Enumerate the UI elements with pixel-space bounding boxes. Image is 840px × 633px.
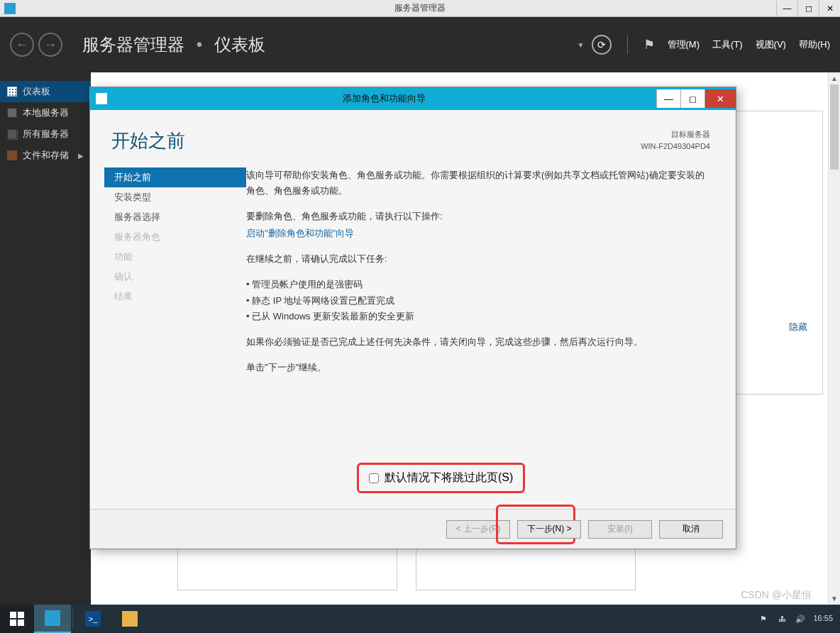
prerequisite-item: 管理员帐户使用的是强密码 [246,277,713,292]
wizard-step-confirm: 确认 [104,267,246,287]
menu-tools[interactable]: 工具(T) [712,38,743,51]
scroll-down-icon[interactable]: ▼ [829,593,840,605]
wizard-heading: 开始之前 [111,128,185,153]
scroll-up-icon[interactable]: ▲ [829,72,840,84]
sidebar-item-dashboard[interactable]: 仪表板 [0,81,91,102]
wizard-step-install-type[interactable]: 安装类型 [104,187,246,207]
sidebar-label: 所有服务器 [23,128,69,141]
dialog-header: 开始之前 目标服务器 WIN-F2D49304PD4 [90,110,736,160]
taskbar-divider [72,608,73,629]
app-icon [4,3,16,14]
server-icon [7,108,17,118]
wizard-content: 该向导可帮助你安装角色、角色服务或功能。你需要根据组织的计算要求(例如共享文档或… [246,167,722,509]
tray-volume-icon[interactable]: 🔊 [795,613,806,624]
dialog-titlebar[interactable]: 添加角色和功能向导 — ◻ ✕ [90,87,736,110]
servers-icon [7,129,17,139]
intro-paragraph-4: 如果你必须验证是否已完成上述任何先决条件，请关闭向导，完成这些步骤，然后再次运行… [246,334,713,350]
scrollbar-thumb[interactable] [830,84,839,170]
server-manager-header: ← → 服务器管理器 • 仪表板 ▼ ⟳ ⚑ 管理(M) 工具(T) 视图(V)… [0,17,840,72]
tray-network-icon[interactable]: 🖧 [776,613,788,624]
wizard-step-features: 功能 [104,247,246,267]
app-window-titlebar: 服务器管理器 — ◻ ✕ [0,0,840,17]
nav-forward-button[interactable]: → [38,33,62,57]
system-tray: ⚑ 🖧 🔊 16:55 [758,613,840,624]
storage-icon [7,150,17,160]
skip-page-label[interactable]: 默认情况下将跳过此页(S) [385,470,513,485]
target-server-info: 目标服务器 WIN-F2D49304PD4 [641,128,710,152]
wizard-steps-nav: 开始之前 安装类型 服务器选择 服务器角色 功能 确认 结果 [104,167,246,509]
menu-view[interactable]: 视图(V) [756,38,786,51]
taskbar-file-explorer[interactable] [111,605,148,633]
wizard-step-server-roles: 服务器角色 [104,227,246,247]
cancel-button[interactable]: 取消 [659,520,723,539]
windows-logo-icon [10,612,24,626]
intro-paragraph-5: 单击"下一步"继续。 [246,360,713,375]
powershell-icon: >_ [85,611,101,627]
taskbar-server-manager[interactable] [34,605,71,633]
dialog-close-button[interactable]: ✕ [704,89,736,108]
dialog-icon [96,93,107,104]
target-server-name: WIN-F2D49304PD4 [641,141,710,153]
intro-paragraph-1: 该向导可帮助你安装角色、角色服务或功能。你需要根据组织的计算要求(例如共享文档或… [246,167,713,199]
vertical-scrollbar[interactable]: ▲ ▼ [828,72,840,605]
menu-manage[interactable]: 管理(M) [668,38,700,51]
menu-help[interactable]: 帮助(H) [799,38,830,51]
dashboard-icon [7,87,17,97]
start-button[interactable] [0,605,34,633]
maximize-button[interactable]: ◻ [797,1,819,16]
tray-flag-icon[interactable]: ⚑ [758,613,769,624]
breadcrumb-dropdown-icon[interactable]: ▼ [578,41,585,49]
taskbar: >_ ⚑ 🖧 🔊 16:55 [0,605,840,633]
sidebar-item-file-storage[interactable]: 文件和存储 ▶ [0,145,91,166]
window-title: 服务器管理器 [394,2,446,14]
skip-page-checkbox[interactable] [369,473,379,483]
dialog-body: 开始之前 安装类型 服务器选择 服务器角色 功能 确认 结果 该向导可帮助你安装… [90,160,736,509]
add-roles-wizard-dialog: 添加角色和功能向导 — ◻ ✕ 开始之前 目标服务器 WIN-F2D49304P… [89,87,736,549]
prerequisite-item: 静态 IP 地址等网络设置已配置完成 [246,293,713,309]
server-manager-icon [45,610,60,626]
target-server-label: 目标服务器 [641,128,710,141]
wizard-step-server-selection[interactable]: 服务器选择 [104,207,246,227]
sidebar-label: 本地服务器 [23,106,69,119]
dialog-maximize-button[interactable]: ◻ [680,89,704,108]
tray-clock[interactable]: 16:55 [813,614,833,623]
remove-roles-link[interactable]: 启动"删除角色和功能"向导 [246,228,354,238]
sidebar-label: 仪表板 [23,85,50,98]
install-button: 安装(I) [588,520,652,539]
sidebar-item-local-server[interactable]: 本地服务器 [0,102,91,123]
minimize-button[interactable]: — [776,1,797,16]
dialog-minimize-button[interactable]: — [656,89,680,108]
folder-icon [122,611,138,627]
breadcrumb-separator: • [197,35,202,54]
wizard-step-before-begin[interactable]: 开始之前 [104,167,246,187]
notifications-flag-icon[interactable]: ⚑ [643,37,655,53]
header-divider [627,35,628,54]
close-button[interactable]: ✕ [819,1,840,16]
dialog-footer: < 上一步(P) 下一步(N) > 安装(I) 取消 [90,509,736,549]
wizard-step-results: 结果 [104,287,246,307]
hide-link[interactable]: 隐藏 [789,321,807,334]
dialog-title: 添加角色和功能向导 [111,92,656,105]
taskbar-powershell[interactable]: >_ [74,605,111,633]
breadcrumb: 服务器管理器 • 仪表板 [82,33,578,56]
prerequisite-item: 已从 Windows 更新安装最新的安全更新 [246,309,713,324]
nav-back-button[interactable]: ← [10,33,34,57]
sidebar-item-all-servers[interactable]: 所有服务器 [0,123,91,145]
refresh-button[interactable]: ⟳ [592,35,612,55]
skip-page-checkbox-row: 默认情况下将跳过此页(S) [357,463,525,493]
breadcrumb-current: 仪表板 [214,35,265,54]
next-button[interactable]: 下一步(N) > [517,520,581,539]
chevron-right-icon: ▶ [78,152,84,160]
sidebar-label: 文件和存储 [23,149,69,162]
breadcrumb-root[interactable]: 服务器管理器 [82,35,184,54]
intro-paragraph-2: 要删除角色、角色服务或功能，请执行以下操作: [246,209,713,224]
prerequisites-list: 管理员帐户使用的是强密码 静态 IP 地址等网络设置已配置完成 已从 Windo… [246,277,713,324]
intro-paragraph-3: 在继续之前，请确认完成以下任务: [246,251,713,267]
sidebar: 仪表板 本地服务器 所有服务器 文件和存储 ▶ [0,72,91,605]
